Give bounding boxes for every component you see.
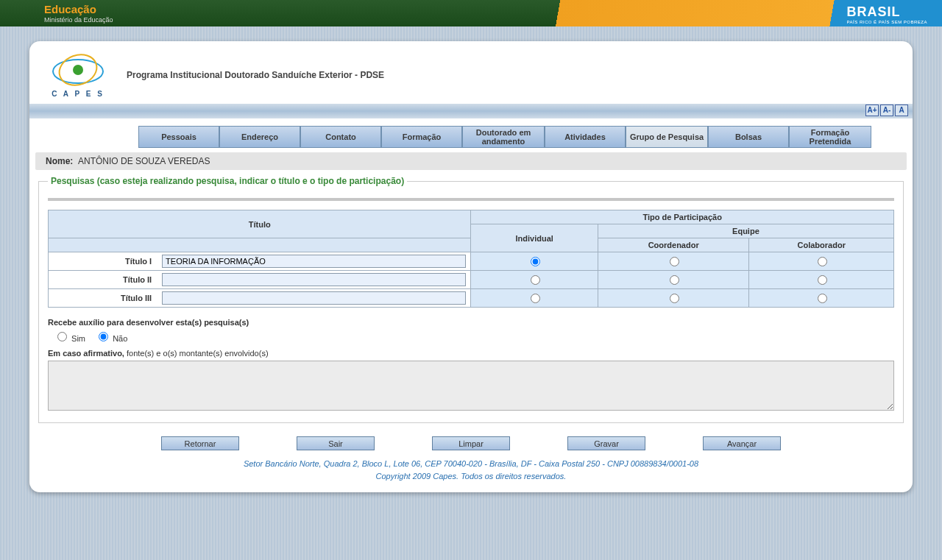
limpar-button[interactable]: Limpar <box>432 436 510 450</box>
tab-contato[interactable]: Contato <box>300 126 381 148</box>
row3-coordenador-radio[interactable] <box>670 294 679 303</box>
name-bar: Nome: ANTÔNIO DE SOUZA VEREDAS <box>35 152 907 170</box>
svg-point-2 <box>73 65 83 75</box>
sair-button[interactable]: Sair <box>297 436 375 450</box>
th-individual: Individual <box>471 224 598 252</box>
tab-grupo-pesquisa[interactable]: Grupo de Pesquisa <box>626 126 708 148</box>
auxilio-textarea[interactable] <box>48 361 894 411</box>
blue-strip: A+ A- A <box>29 104 913 118</box>
research-table: Título Tipo de Participação Individual E… <box>48 210 894 308</box>
font-larger-button[interactable]: A+ <box>865 104 879 116</box>
tab-formacao[interactable]: Formação <box>381 126 462 148</box>
nav-tabs: Pessoais Endereço Contato Formação Douto… <box>138 126 913 148</box>
row2-label: Título II <box>49 271 158 289</box>
tab-atividades[interactable]: Atividades <box>545 126 626 148</box>
th-coordenador: Coordenador <box>598 238 749 252</box>
panel-header: C A P E S Programa Institucional Doutora… <box>29 41 913 101</box>
pesquisas-fieldset: Pesquisas (caso esteja realizando pesqui… <box>38 176 904 423</box>
row1-colaborador-radio[interactable] <box>818 257 827 266</box>
auxilio-question: Recebe auxílio para desenvolver esta(s) … <box>48 318 894 327</box>
footer: Setor Bancário Norte, Quadra 2, Bloco L,… <box>29 458 913 482</box>
capes-caption: C A P E S <box>52 90 105 98</box>
auxilio-hint: Em caso afirmativo, fonte(s) e o(s) mont… <box>48 349 894 358</box>
row3-label: Título III <box>49 289 158 308</box>
edu-subtitle: Ministério da Educação <box>44 16 113 24</box>
row2-coordenador-radio[interactable] <box>670 275 679 285</box>
tab-pessoais[interactable]: Pessoais <box>138 126 219 148</box>
button-row: Retornar Sair Limpar Gravar Avançar <box>29 436 913 450</box>
edu-block: Educação Ministério da Educação <box>44 4 113 24</box>
auxilio-sim-radio[interactable] <box>57 332 67 341</box>
capes-logo: C A P E S <box>43 52 113 98</box>
program-title: Programa Institucional Doutorado Sanduíc… <box>127 70 384 80</box>
tab-bolsas[interactable]: Bolsas <box>708 126 789 148</box>
row1-individual-radio[interactable] <box>531 257 540 266</box>
row2-colaborador-radio[interactable] <box>818 275 827 285</box>
font-controls: A+ A- A <box>865 104 908 116</box>
footer-copyright: Copyright 2009 Capes. Todos os direitos … <box>29 470 913 483</box>
retornar-button[interactable]: Retornar <box>161 436 239 450</box>
tab-endereco[interactable]: Endereço <box>219 126 300 148</box>
titulo-2-input[interactable] <box>162 273 466 286</box>
avancar-button[interactable]: Avançar <box>703 436 781 450</box>
auxilio-nao-radio[interactable] <box>99 332 108 341</box>
tab-doutorado[interactable]: Doutorado em andamento <box>462 126 545 148</box>
gravar-button[interactable]: Gravar <box>567 436 645 450</box>
auxilio-sim-label[interactable]: Sim <box>54 334 85 343</box>
font-normal-button[interactable]: A <box>895 104 908 116</box>
row1-coordenador-radio[interactable] <box>670 257 679 266</box>
footer-address: Setor Bancário Norte, Quadra 2, Bloco L,… <box>29 458 913 470</box>
name-value: ANTÔNIO DE SOUZA VEREDAS <box>78 156 210 166</box>
row3-colaborador-radio[interactable] <box>818 294 827 303</box>
row2-individual-radio[interactable] <box>531 275 540 285</box>
titulo-1-input[interactable] <box>162 255 466 268</box>
main-panel: C A P E S Programa Institucional Doutora… <box>29 41 913 492</box>
divider <box>48 198 894 201</box>
tab-formacao-pretendida[interactable]: Formação Pretendida <box>789 126 871 148</box>
auxilio-nao-label[interactable]: Não <box>95 334 127 343</box>
th-equipe: Equipe <box>598 224 893 238</box>
edu-title: Educação <box>44 3 96 15</box>
th-titulo: Título <box>49 210 471 238</box>
row1-label: Título I <box>49 252 158 271</box>
font-smaller-button[interactable]: A- <box>880 104 893 116</box>
brasil-logo: BRASIL PAÍS RICO É PAÍS SEM POBREZA <box>847 4 927 24</box>
row3-individual-radio[interactable] <box>531 294 540 303</box>
th-colaborador: Colaborador <box>749 238 894 252</box>
th-tipo: Tipo de Participação <box>471 210 894 224</box>
titulo-3-input[interactable] <box>162 291 466 305</box>
auxilio-block: Recebe auxílio para desenvolver esta(s) … <box>48 318 894 412</box>
name-label: Nome: <box>46 156 73 166</box>
gov-banner: Educação Ministério da Educação BRASIL P… <box>0 0 942 26</box>
pesquisas-legend: Pesquisas (caso esteja realizando pesqui… <box>48 176 407 186</box>
